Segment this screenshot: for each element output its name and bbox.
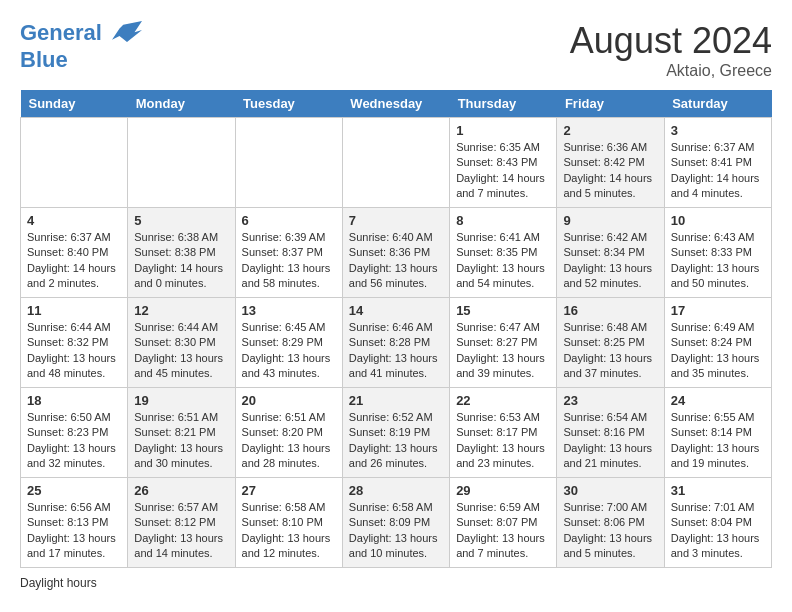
calendar-cell: 22Sunrise: 6:53 AM Sunset: 8:17 PM Dayli… bbox=[450, 388, 557, 478]
day-number: 19 bbox=[134, 393, 228, 408]
day-number: 2 bbox=[563, 123, 657, 138]
day-info: Sunrise: 6:46 AM Sunset: 8:28 PM Dayligh… bbox=[349, 320, 443, 382]
calendar-cell: 20Sunrise: 6:51 AM Sunset: 8:20 PM Dayli… bbox=[235, 388, 342, 478]
calendar-cell: 9Sunrise: 6:42 AM Sunset: 8:34 PM Daylig… bbox=[557, 208, 664, 298]
calendar-cell: 2Sunrise: 6:36 AM Sunset: 8:42 PM Daylig… bbox=[557, 118, 664, 208]
day-number: 5 bbox=[134, 213, 228, 228]
day-info: Sunrise: 6:35 AM Sunset: 8:43 PM Dayligh… bbox=[456, 140, 550, 202]
day-info: Sunrise: 6:43 AM Sunset: 8:33 PM Dayligh… bbox=[671, 230, 765, 292]
day-number: 30 bbox=[563, 483, 657, 498]
logo-text: General Blue bbox=[20, 20, 142, 72]
calendar-cell: 8Sunrise: 6:41 AM Sunset: 8:35 PM Daylig… bbox=[450, 208, 557, 298]
day-number: 3 bbox=[671, 123, 765, 138]
day-number: 26 bbox=[134, 483, 228, 498]
day-info: Sunrise: 6:55 AM Sunset: 8:14 PM Dayligh… bbox=[671, 410, 765, 472]
day-info: Sunrise: 6:38 AM Sunset: 8:38 PM Dayligh… bbox=[134, 230, 228, 292]
day-number: 11 bbox=[27, 303, 121, 318]
calendar-cell bbox=[128, 118, 235, 208]
day-number: 9 bbox=[563, 213, 657, 228]
day-number: 1 bbox=[456, 123, 550, 138]
calendar-cell: 13Sunrise: 6:45 AM Sunset: 8:29 PM Dayli… bbox=[235, 298, 342, 388]
day-info: Sunrise: 6:44 AM Sunset: 8:32 PM Dayligh… bbox=[27, 320, 121, 382]
day-info: Sunrise: 6:44 AM Sunset: 8:30 PM Dayligh… bbox=[134, 320, 228, 382]
day-info: Sunrise: 6:41 AM Sunset: 8:35 PM Dayligh… bbox=[456, 230, 550, 292]
title-block: August 2024 Aktaio, Greece bbox=[570, 20, 772, 80]
day-number: 8 bbox=[456, 213, 550, 228]
day-number: 18 bbox=[27, 393, 121, 408]
calendar-cell: 19Sunrise: 6:51 AM Sunset: 8:21 PM Dayli… bbox=[128, 388, 235, 478]
page-header: General Blue August 2024 Aktaio, Greece bbox=[20, 20, 772, 80]
calendar-cell: 7Sunrise: 6:40 AM Sunset: 8:36 PM Daylig… bbox=[342, 208, 449, 298]
calendar-cell bbox=[342, 118, 449, 208]
calendar-cell: 17Sunrise: 6:49 AM Sunset: 8:24 PM Dayli… bbox=[664, 298, 771, 388]
column-header-tuesday: Tuesday bbox=[235, 90, 342, 118]
calendar-cell: 27Sunrise: 6:58 AM Sunset: 8:10 PM Dayli… bbox=[235, 478, 342, 568]
day-info: Sunrise: 6:39 AM Sunset: 8:37 PM Dayligh… bbox=[242, 230, 336, 292]
day-info: Sunrise: 6:51 AM Sunset: 8:21 PM Dayligh… bbox=[134, 410, 228, 472]
day-info: Sunrise: 6:52 AM Sunset: 8:19 PM Dayligh… bbox=[349, 410, 443, 472]
day-number: 10 bbox=[671, 213, 765, 228]
calendar-cell: 24Sunrise: 6:55 AM Sunset: 8:14 PM Dayli… bbox=[664, 388, 771, 478]
day-number: 24 bbox=[671, 393, 765, 408]
calendar-cell: 6Sunrise: 6:39 AM Sunset: 8:37 PM Daylig… bbox=[235, 208, 342, 298]
day-number: 17 bbox=[671, 303, 765, 318]
calendar-cell: 5Sunrise: 6:38 AM Sunset: 8:38 PM Daylig… bbox=[128, 208, 235, 298]
calendar-cell: 3Sunrise: 6:37 AM Sunset: 8:41 PM Daylig… bbox=[664, 118, 771, 208]
day-number: 7 bbox=[349, 213, 443, 228]
day-info: Sunrise: 6:37 AM Sunset: 8:40 PM Dayligh… bbox=[27, 230, 121, 292]
day-info: Sunrise: 6:54 AM Sunset: 8:16 PM Dayligh… bbox=[563, 410, 657, 472]
day-info: Sunrise: 6:59 AM Sunset: 8:07 PM Dayligh… bbox=[456, 500, 550, 562]
day-number: 6 bbox=[242, 213, 336, 228]
day-number: 25 bbox=[27, 483, 121, 498]
day-number: 28 bbox=[349, 483, 443, 498]
calendar-cell: 31Sunrise: 7:01 AM Sunset: 8:04 PM Dayli… bbox=[664, 478, 771, 568]
calendar-cell: 14Sunrise: 6:46 AM Sunset: 8:28 PM Dayli… bbox=[342, 298, 449, 388]
month-title: August 2024 bbox=[570, 20, 772, 62]
day-info: Sunrise: 6:58 AM Sunset: 8:09 PM Dayligh… bbox=[349, 500, 443, 562]
calendar-table: SundayMondayTuesdayWednesdayThursdayFrid… bbox=[20, 90, 772, 568]
day-info: Sunrise: 6:40 AM Sunset: 8:36 PM Dayligh… bbox=[349, 230, 443, 292]
location: Aktaio, Greece bbox=[570, 62, 772, 80]
day-info: Sunrise: 6:45 AM Sunset: 8:29 PM Dayligh… bbox=[242, 320, 336, 382]
column-header-sunday: Sunday bbox=[21, 90, 128, 118]
logo: General Blue bbox=[20, 20, 142, 72]
day-number: 13 bbox=[242, 303, 336, 318]
calendar-cell: 23Sunrise: 6:54 AM Sunset: 8:16 PM Dayli… bbox=[557, 388, 664, 478]
calendar-cell: 25Sunrise: 6:56 AM Sunset: 8:13 PM Dayli… bbox=[21, 478, 128, 568]
column-header-wednesday: Wednesday bbox=[342, 90, 449, 118]
column-header-friday: Friday bbox=[557, 90, 664, 118]
calendar-cell: 16Sunrise: 6:48 AM Sunset: 8:25 PM Dayli… bbox=[557, 298, 664, 388]
column-header-monday: Monday bbox=[128, 90, 235, 118]
day-number: 27 bbox=[242, 483, 336, 498]
day-info: Sunrise: 6:47 AM Sunset: 8:27 PM Dayligh… bbox=[456, 320, 550, 382]
day-info: Sunrise: 6:56 AM Sunset: 8:13 PM Dayligh… bbox=[27, 500, 121, 562]
day-number: 23 bbox=[563, 393, 657, 408]
day-info: Sunrise: 6:36 AM Sunset: 8:42 PM Dayligh… bbox=[563, 140, 657, 202]
day-number: 15 bbox=[456, 303, 550, 318]
calendar-cell: 4Sunrise: 6:37 AM Sunset: 8:40 PM Daylig… bbox=[21, 208, 128, 298]
day-number: 4 bbox=[27, 213, 121, 228]
day-info: Sunrise: 6:51 AM Sunset: 8:20 PM Dayligh… bbox=[242, 410, 336, 472]
day-info: Sunrise: 6:49 AM Sunset: 8:24 PM Dayligh… bbox=[671, 320, 765, 382]
calendar-cell: 18Sunrise: 6:50 AM Sunset: 8:23 PM Dayli… bbox=[21, 388, 128, 478]
day-number: 12 bbox=[134, 303, 228, 318]
footer-note: Daylight hours bbox=[20, 576, 772, 590]
calendar-cell: 10Sunrise: 6:43 AM Sunset: 8:33 PM Dayli… bbox=[664, 208, 771, 298]
calendar-cell bbox=[235, 118, 342, 208]
day-number: 29 bbox=[456, 483, 550, 498]
calendar-cell: 21Sunrise: 6:52 AM Sunset: 8:19 PM Dayli… bbox=[342, 388, 449, 478]
day-info: Sunrise: 6:58 AM Sunset: 8:10 PM Dayligh… bbox=[242, 500, 336, 562]
day-info: Sunrise: 6:42 AM Sunset: 8:34 PM Dayligh… bbox=[563, 230, 657, 292]
calendar-cell: 11Sunrise: 6:44 AM Sunset: 8:32 PM Dayli… bbox=[21, 298, 128, 388]
day-info: Sunrise: 6:57 AM Sunset: 8:12 PM Dayligh… bbox=[134, 500, 228, 562]
calendar-cell: 1Sunrise: 6:35 AM Sunset: 8:43 PM Daylig… bbox=[450, 118, 557, 208]
calendar-cell: 26Sunrise: 6:57 AM Sunset: 8:12 PM Dayli… bbox=[128, 478, 235, 568]
day-number: 21 bbox=[349, 393, 443, 408]
day-info: Sunrise: 6:37 AM Sunset: 8:41 PM Dayligh… bbox=[671, 140, 765, 202]
day-number: 20 bbox=[242, 393, 336, 408]
day-info: Sunrise: 6:50 AM Sunset: 8:23 PM Dayligh… bbox=[27, 410, 121, 472]
calendar-cell: 30Sunrise: 7:00 AM Sunset: 8:06 PM Dayli… bbox=[557, 478, 664, 568]
svg-marker-0 bbox=[112, 21, 142, 42]
calendar-cell: 29Sunrise: 6:59 AM Sunset: 8:07 PM Dayli… bbox=[450, 478, 557, 568]
day-info: Sunrise: 7:00 AM Sunset: 8:06 PM Dayligh… bbox=[563, 500, 657, 562]
